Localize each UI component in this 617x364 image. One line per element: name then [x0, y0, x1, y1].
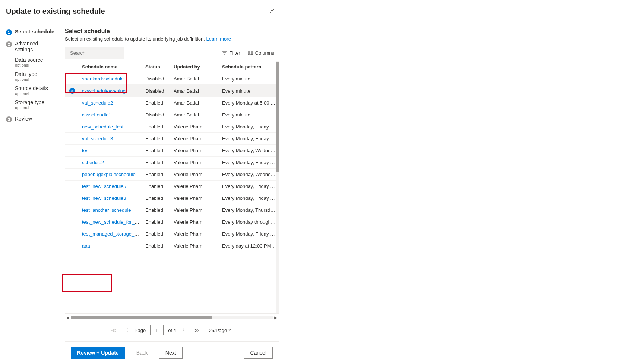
updated-by-cell: Amar Badal [171, 73, 220, 85]
table-row[interactable]: test_another_scheduleEnabledValerie Pham… [65, 204, 279, 216]
prev-page-button[interactable]: 〈 [122, 325, 130, 335]
row-select-cell[interactable] [65, 133, 80, 145]
step-label: Review [15, 116, 32, 122]
filter-icon [222, 50, 227, 55]
scroll-left-icon[interactable]: ◀ [66, 316, 69, 320]
row-select-cell[interactable] [65, 97, 80, 109]
status-cell: Disabled [143, 73, 171, 85]
table-row[interactable]: cssscheudle1DisabledAmar BadalEvery minu… [65, 109, 279, 121]
column-schedule-name[interactable]: Schedule name [80, 61, 143, 73]
status-cell: Enabled [143, 216, 171, 228]
vertical-scrollbar[interactable] [275, 61, 279, 313]
schedule-name-link[interactable]: shankardsschedule [82, 76, 124, 82]
schedule-name-link[interactable]: cssscheduleevening [82, 88, 126, 94]
schedule-name-link[interactable]: schedule2 [82, 160, 104, 165]
step-number-badge: 1 [6, 29, 12, 35]
column-status[interactable]: Status [143, 61, 171, 73]
schedule-table: Schedule name Status Updated by Schedule… [65, 61, 279, 314]
step-review[interactable]: 3 Review [6, 116, 55, 122]
section-title: Select schedule [65, 28, 279, 35]
step-select-schedule[interactable]: 1 Select schedule [6, 29, 55, 35]
table-row[interactable]: test_new_schedule_for_manage…EnabledVale… [65, 216, 279, 228]
table-row[interactable]: aaaEnabledValerie PhamEvery day at 12:00… [65, 240, 279, 251]
table-row[interactable]: testEnabledValerie PhamEvery Monday, Wed… [65, 145, 279, 157]
page-size-select[interactable]: 25/Page [206, 325, 234, 335]
status-cell: Enabled [143, 145, 171, 157]
page-input[interactable] [150, 325, 164, 335]
svg-rect-1 [248, 51, 249, 55]
table-row[interactable]: schedule2EnabledValerie PhamEvery Monday… [65, 157, 279, 169]
schedule-name-link[interactable]: new_schedule_test [82, 124, 123, 130]
cancel-button[interactable]: Cancel [244, 347, 273, 359]
next-page-button[interactable]: 〉 [181, 325, 189, 335]
table-row[interactable]: test_new_schedule3EnabledValerie PhamEve… [65, 192, 279, 204]
row-select-cell[interactable] [65, 204, 80, 216]
review-update-button[interactable]: Review + Update [71, 347, 125, 359]
table-row[interactable]: new_schedule_testEnabledValerie PhamEver… [65, 121, 279, 133]
search-box[interactable] [65, 47, 124, 59]
schedule-name-link[interactable]: test_new_schedule5 [82, 183, 126, 189]
row-select-cell[interactable] [65, 228, 80, 240]
table-row[interactable]: shankardsscheduleDisabledAmar BadalEvery… [65, 73, 279, 85]
scroll-right-icon[interactable]: ▶ [274, 316, 277, 320]
filter-button[interactable]: Filter [222, 50, 240, 56]
table-row[interactable]: val_schedule3EnabledValerie PhamEvery Mo… [65, 133, 279, 145]
updated-by-cell: Valerie Pham [171, 240, 220, 251]
table-row[interactable]: test_new_schedule5EnabledValerie PhamEve… [65, 181, 279, 192]
table-row[interactable]: val_schedule2EnabledAmar BadalEvery Mond… [65, 97, 279, 109]
schedule-name-link[interactable]: test_new_schedule3 [82, 195, 126, 201]
schedule-name-link[interactable]: val_schedule3 [82, 136, 113, 141]
schedule-name-link[interactable]: cssscheudle1 [82, 112, 111, 118]
pattern-cell: Every Monday, Wednesday, [220, 145, 279, 157]
updated-by-cell: Valerie Pham [171, 145, 220, 157]
row-select-cell[interactable] [65, 181, 80, 192]
substep-source-details[interactable]: Source details optional [15, 84, 55, 98]
columns-button[interactable]: Columns [248, 50, 274, 56]
schedule-name-link[interactable]: pepebugexplainschedule [82, 172, 136, 177]
schedule-name-link[interactable]: test_new_schedule_for_manage… [82, 219, 143, 225]
table-row[interactable]: cssscheduleeveningDisabledAmar BadalEver… [65, 85, 279, 97]
schedule-name-link[interactable]: val_schedule2 [82, 100, 113, 106]
first-page-button[interactable]: ≪ [110, 326, 118, 335]
substep-data-source[interactable]: Data source optional [15, 55, 55, 70]
updated-by-cell: Valerie Pham [171, 181, 220, 192]
pattern-cell: Every Monday, Wednesday, [220, 169, 279, 181]
search-input[interactable] [70, 50, 133, 56]
column-select [65, 61, 80, 73]
next-button[interactable]: Next [159, 347, 183, 359]
row-select-cell[interactable] [65, 145, 80, 157]
row-select-cell[interactable] [65, 240, 80, 251]
pattern-cell: Every Monday, Friday at 7:00 [220, 157, 279, 169]
pattern-cell: Every minute [220, 73, 279, 85]
row-select-cell[interactable] [65, 192, 80, 204]
updated-by-cell: Valerie Pham [171, 169, 220, 181]
row-select-cell[interactable] [65, 169, 80, 181]
pattern-cell: Every Monday, Thursday, Fri [220, 204, 279, 216]
row-select-cell[interactable] [65, 157, 80, 169]
schedule-name-link[interactable]: test_another_schedule [82, 207, 131, 213]
column-updated-by[interactable]: Updated by [171, 61, 220, 73]
status-cell: Enabled [143, 97, 171, 109]
column-schedule-pattern[interactable]: Schedule pattern [220, 61, 279, 73]
status-cell: Enabled [143, 228, 171, 240]
row-select-cell[interactable] [65, 121, 80, 133]
substep-data-type[interactable]: Data type optional [15, 70, 55, 84]
back-button[interactable]: Back [130, 347, 154, 359]
horizontal-scrollbar[interactable]: ◀ ▶ [65, 314, 279, 321]
row-select-cell[interactable] [65, 216, 80, 228]
last-page-button[interactable]: ≫ [193, 326, 201, 335]
step-advanced-settings[interactable]: 2 Advanced settings [6, 41, 55, 52]
schedule-name-link[interactable]: test_managed_storage_schedule [82, 231, 143, 237]
table-row[interactable]: test_managed_storage_scheduleEnabledVale… [65, 228, 279, 240]
schedule-name-link[interactable]: aaa [82, 243, 90, 249]
row-select-cell[interactable] [65, 73, 80, 85]
status-cell: Enabled [143, 192, 171, 204]
close-button[interactable] [266, 5, 278, 17]
schedule-name-link[interactable]: test [82, 148, 90, 153]
panel-header: Update to existing schedule [0, 0, 284, 21]
learn-more-link[interactable]: Learn more [206, 36, 231, 42]
substep-storage-type[interactable]: Storage type optional [15, 98, 55, 112]
table-row[interactable]: pepebugexplainscheduleEnabledValerie Pha… [65, 169, 279, 181]
row-select-cell[interactable] [65, 85, 80, 97]
row-select-cell[interactable] [65, 109, 80, 121]
